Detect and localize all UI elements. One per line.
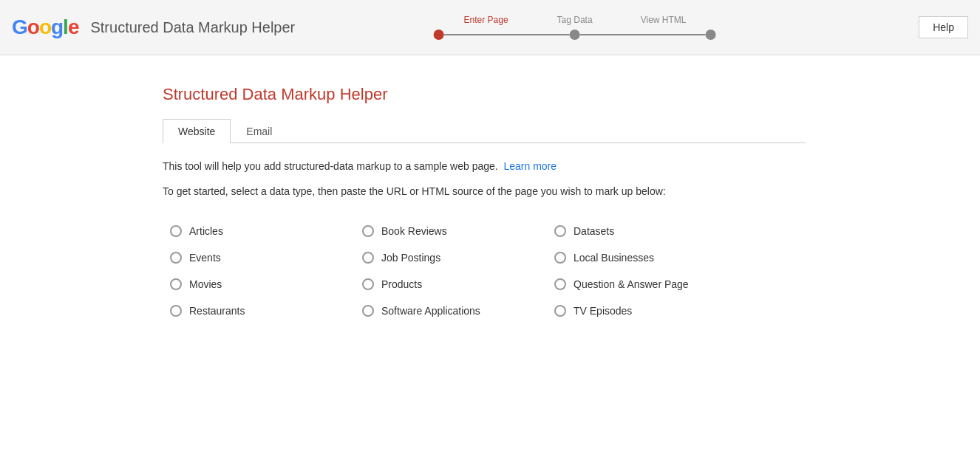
radio-item-job-postings[interactable]: Job Postings [362, 244, 554, 271]
google-letter-g1: G [12, 16, 27, 38]
radio-label-restaurants: Restaurants [189, 305, 245, 317]
step-dot-3 [706, 30, 716, 40]
radio-item-products[interactable]: Products [362, 271, 554, 298]
radio-label-tv-episodes: TV Episodes [574, 305, 632, 317]
radio-item-events[interactable]: Events [170, 244, 362, 271]
radio-label-book-reviews: Book Reviews [381, 225, 447, 237]
step-label-tag-data: Tag Data [531, 15, 619, 25]
header: Google Structured Data Markup Helper Ent… [0, 0, 980, 55]
google-letter-g3: o [39, 16, 51, 38]
radio-item-tv-episodes[interactable]: TV Episodes [554, 298, 746, 324]
google-letter-g4: g [51, 16, 63, 38]
step-line-1 [444, 34, 570, 35]
radio-circle-software-applications[interactable] [362, 305, 374, 317]
radio-circle-articles[interactable] [170, 225, 182, 237]
radio-circle-restaurants[interactable] [170, 305, 182, 317]
step-dot-1 [434, 30, 444, 40]
help-button[interactable]: Help [919, 16, 968, 38]
radio-item-qa-page[interactable]: Question & Answer Page [554, 271, 746, 298]
step-label-view-html: View HTML [619, 15, 708, 25]
radio-item-articles[interactable]: Articles [170, 218, 362, 244]
radio-label-job-postings: Job Postings [381, 252, 440, 264]
radio-circle-qa-page[interactable] [554, 278, 566, 290]
tabs-container: Website Email [163, 119, 806, 143]
radio-circle-book-reviews[interactable] [362, 225, 374, 237]
step-dot-2 [570, 30, 580, 40]
step-line-2 [580, 34, 706, 35]
tab-website[interactable]: Website [163, 119, 231, 143]
radio-circle-datasets[interactable] [554, 225, 566, 237]
app-title: Structured Data Markup Helper [90, 19, 295, 36]
progress-area: Enter Page Tag Data View HTML [434, 15, 716, 40]
tab-email[interactable]: Email [231, 119, 287, 143]
radio-label-articles: Articles [189, 225, 223, 237]
google-letter-g2: o [27, 16, 39, 38]
radio-item-software-applications[interactable]: Software Applications [362, 298, 554, 324]
radio-item-book-reviews[interactable]: Book Reviews [362, 218, 554, 244]
radio-circle-tv-episodes[interactable] [554, 305, 566, 317]
radio-circle-local-businesses[interactable] [554, 252, 566, 264]
data-type-grid: Articles Book Reviews Datasets Events Jo… [170, 218, 980, 324]
radio-item-local-businesses[interactable]: Local Businesses [554, 244, 746, 271]
google-letter-g5: l [63, 16, 68, 38]
description-text: This tool will help you add structured-d… [163, 158, 980, 174]
learn-more-link[interactable]: Learn more [503, 160, 557, 172]
radio-item-movies[interactable]: Movies [170, 271, 362, 298]
description-content: This tool will help you add structured-d… [163, 160, 498, 172]
radio-label-movies: Movies [189, 278, 222, 290]
instruction-text: To get started, select a data type, then… [163, 183, 980, 199]
radio-item-restaurants[interactable]: Restaurants [170, 298, 362, 324]
radio-label-products: Products [381, 278, 422, 290]
radio-label-events: Events [189, 252, 221, 264]
radio-circle-products[interactable] [362, 278, 374, 290]
google-letter-g6: e [68, 16, 79, 38]
radio-label-datasets: Datasets [574, 225, 614, 237]
radio-circle-job-postings[interactable] [362, 252, 374, 264]
radio-circle-events[interactable] [170, 252, 182, 264]
page-heading: Structured Data Markup Helper [163, 85, 980, 104]
google-logo: Google [12, 16, 78, 39]
radio-item-datasets[interactable]: Datasets [554, 218, 746, 244]
steps-track [434, 30, 716, 40]
steps-labels: Enter Page Tag Data View HTML [442, 15, 708, 25]
step-label-enter-page: Enter Page [442, 15, 531, 25]
logo-area: Google Structured Data Markup Helper [12, 16, 295, 39]
radio-label-software-applications: Software Applications [381, 305, 480, 317]
radio-circle-movies[interactable] [170, 278, 182, 290]
radio-label-local-businesses: Local Businesses [574, 252, 654, 264]
radio-label-qa-page: Question & Answer Page [574, 278, 689, 290]
main-content: Structured Data Markup Helper Website Em… [0, 55, 980, 474]
